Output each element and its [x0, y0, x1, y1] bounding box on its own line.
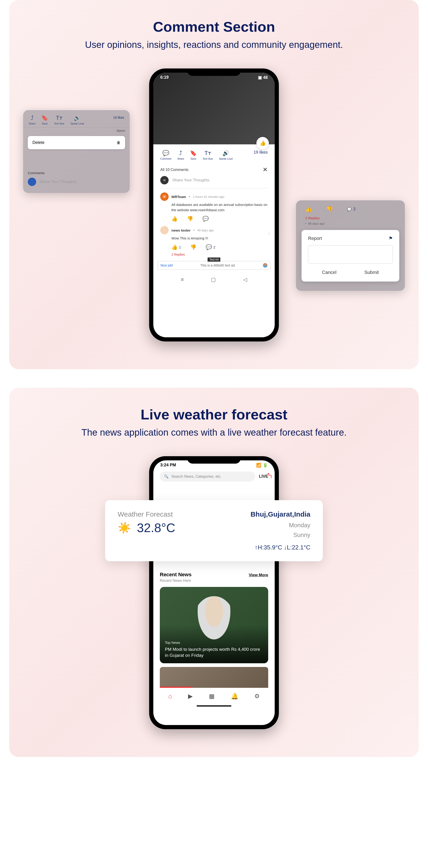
- like-button[interactable]: 👍: [256, 137, 269, 150]
- live-button[interactable]: LIVE: [259, 474, 268, 479]
- bookmark-icon: 🔖: [190, 150, 197, 156]
- cancel-button[interactable]: Cancel: [322, 270, 336, 275]
- bookmark-icon: 🔖: [41, 115, 48, 121]
- weather-condition: Sunny: [289, 530, 311, 540]
- delete-overlay-card: ⤴Share 🔖Save TᴛText Size 🔊Speak Loud 19 …: [23, 110, 130, 193]
- gear-icon[interactable]: ⚙: [254, 693, 260, 700]
- home-indicator: [197, 705, 231, 707]
- avatar: W: [160, 192, 169, 201]
- speaker-icon: 🔊: [74, 115, 80, 121]
- home-icon[interactable]: ⌂: [168, 693, 172, 700]
- speaker-icon: 🔊: [223, 150, 229, 156]
- textsize-action[interactable]: TᴛText Size: [54, 115, 64, 125]
- share-icon: ⤴: [177, 150, 184, 156]
- avatar: [28, 178, 36, 186]
- comment-icon: 💬: [163, 150, 169, 156]
- reply-icon[interactable]: 💬 2: [347, 207, 355, 212]
- reply-button[interactable]: 💬2: [206, 244, 215, 250]
- recent-news-subtitle: Recent News Here: [153, 578, 275, 587]
- video-icon[interactable]: ▶: [188, 693, 193, 700]
- save-action[interactable]: 🔖Save: [190, 150, 197, 160]
- bell-icon[interactable]: 🔔: [231, 693, 238, 700]
- weather-card: Weather Forecast Bhuj,Gujarat,India ☀️ 3…: [105, 500, 323, 561]
- avatar: [160, 226, 169, 234]
- comments-label: Comments: [23, 165, 130, 178]
- report-input[interactable]: [308, 245, 393, 264]
- sponsor-label: Spons: [23, 127, 130, 134]
- dislike-button[interactable]: 👎: [187, 216, 193, 222]
- clock: 6:19: [160, 75, 169, 80]
- replies-link[interactable]: 2 Replies: [296, 216, 405, 222]
- news-card[interactable]: Top News PM Modi to launch projects wort…: [160, 587, 268, 663]
- phone-frame: 6:19 ▣ 48 👍 💬Comment ⤴Share 🔖Save TᴛText…: [149, 68, 279, 341]
- news-card[interactable]: [160, 667, 268, 688]
- comment-action[interactable]: 💬Comment: [160, 150, 171, 160]
- thumbs-down-icon[interactable]: 👎: [326, 206, 333, 212]
- article-image: 👍: [153, 73, 275, 144]
- speak-action[interactable]: 🔊Speak Loud: [70, 115, 84, 125]
- sun-icon: ☀️: [118, 522, 131, 534]
- phone-frame: 3:24 PM 📶🔋 🔍 Search News, Categories, et…: [149, 456, 279, 729]
- like-button[interactable]: 👍1: [171, 244, 181, 250]
- comment-input[interactable]: Share Your Thoughts.: [172, 178, 210, 183]
- recent-news-title: Recent News: [160, 572, 192, 578]
- speak-action[interactable]: 🔊Speak Loud: [219, 150, 233, 160]
- report-dialog: Report ⚑ Cancel Submit: [302, 230, 399, 282]
- news-headline: PM Modi to launch projects worth Rs 4,40…: [165, 646, 263, 659]
- textsize-icon: Tᴛ: [204, 150, 211, 156]
- submit-button[interactable]: Submit: [364, 270, 379, 275]
- admob-icon: [263, 263, 267, 268]
- grid-icon[interactable]: ▦: [209, 693, 215, 700]
- replies-link[interactable]: 2 Replies: [171, 253, 268, 256]
- save-action[interactable]: 🔖Save: [41, 115, 48, 125]
- report-overlay-card: 👍 👎 💬 2 2 Replies •88 days ago Report ⚑ …: [296, 200, 405, 291]
- comments-header: All 10 Comments: [160, 168, 189, 172]
- like-button[interactable]: 👍: [171, 216, 178, 222]
- avatar: W: [160, 176, 169, 184]
- comment-input[interactable]: Share Your Thoughts.: [39, 180, 77, 184]
- high-low-temp: ↑H:35.9°C ↓L:22.1°C: [118, 544, 310, 551]
- wifi-icon: 📶: [256, 463, 261, 468]
- share-icon: ⤴: [29, 115, 35, 121]
- share-action[interactable]: ⤴Share: [177, 150, 184, 160]
- share-action[interactable]: ⤴Share: [29, 115, 35, 125]
- likes-count: 19 likes: [113, 115, 124, 119]
- section-title: Comment Section: [9, 19, 419, 35]
- trash-icon: 🗑: [117, 141, 120, 145]
- battery-icon: ▣ 48: [258, 75, 268, 80]
- square-icon[interactable]: ▢: [211, 277, 216, 283]
- comment-item: W WRTeam • 1 hours 41 minutes ago All da…: [153, 188, 275, 222]
- comment-item: news tester • 40 days ago Wow This is Am…: [153, 222, 275, 256]
- textsize-icon: Tᴛ: [56, 115, 62, 121]
- battery-icon: 🔋: [263, 463, 268, 468]
- clock: 3:24 PM: [160, 463, 176, 468]
- thumbs-up-icon[interactable]: 👍: [305, 206, 312, 212]
- bottom-nav: ⌂ ▶ ▦ 🔔 ⚙: [153, 688, 275, 704]
- close-icon[interactable]: ✕: [263, 166, 268, 173]
- view-more-link[interactable]: View More: [249, 573, 268, 578]
- section-subtitle: The news application comes with a live w…: [9, 427, 419, 438]
- search-input[interactable]: 🔍 Search News, Categories, etc.: [160, 471, 255, 482]
- reply-button[interactable]: 💬: [202, 216, 209, 222]
- report-title: Report: [308, 236, 322, 241]
- weather-day: Monday: [289, 521, 311, 530]
- section-title: Live weather forecast: [9, 406, 419, 423]
- menu-icon[interactable]: ≡: [181, 277, 184, 283]
- weather-label: Weather Forecast: [118, 510, 173, 518]
- search-icon: 🔍: [164, 474, 169, 479]
- dislike-button[interactable]: 👎: [190, 244, 196, 250]
- news-category: Top News: [165, 641, 263, 645]
- back-icon[interactable]: ◁: [243, 277, 247, 283]
- weather-location: Bhuj,Gujarat,India: [251, 510, 310, 518]
- thumbs-up-icon: 👍: [260, 140, 266, 146]
- ad-banner[interactable]: Test Ad Nice job! This is a 468x60 test …: [158, 261, 270, 270]
- delete-button[interactable]: Delete 🗑: [28, 136, 125, 149]
- flag-icon: ⚑: [389, 236, 393, 241]
- section-subtitle: User opinions, insights, reactions and c…: [9, 39, 419, 50]
- likes-count: 19 likes: [254, 150, 268, 155]
- temperature: 32.8°C: [137, 521, 175, 535]
- more-icon[interactable]: ⋮: [267, 231, 271, 236]
- textsize-action[interactable]: TᴛText Size: [203, 150, 213, 160]
